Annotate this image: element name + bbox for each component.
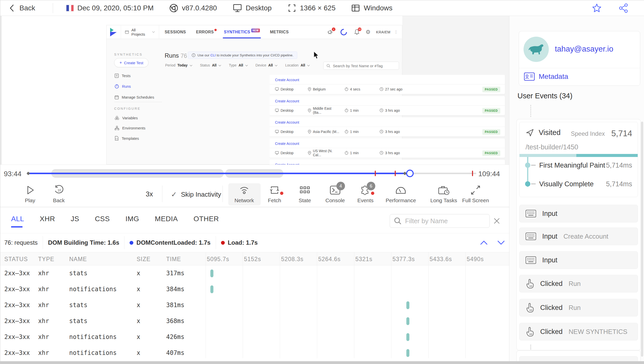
run-test-name[interactable]: Create Account (275, 142, 299, 146)
share-icon[interactable] (618, 3, 629, 13)
gear-icon[interactable]: ⚙ (366, 29, 371, 35)
sidebar-item-runs[interactable]: Runs (115, 84, 131, 88)
panel-button-events[interactable]: 6Events (350, 185, 381, 203)
state-grid-icon (299, 185, 310, 195)
run-test-name[interactable]: Create Account (275, 163, 299, 165)
filter-box[interactable] (390, 214, 490, 228)
run-cell: US West (N. Cal... (308, 149, 340, 157)
panel-button-full-screen[interactable]: Full Screen (460, 185, 491, 203)
event-marker[interactable] (27, 172, 30, 175)
create-test-button[interactable]: + Create Test (114, 58, 148, 67)
sidebar-item-manage-schedules[interactable]: Manage Schedules (115, 95, 154, 99)
back-button[interactable]: Back (9, 4, 35, 12)
device-icon (275, 87, 279, 91)
speed-toggle[interactable]: 3x (146, 190, 153, 198)
network-tab-other[interactable]: OTHER (193, 215, 219, 223)
play-button[interactable]: Play (15, 185, 45, 203)
run-cell: 1 min (345, 151, 375, 155)
close-panel-icon[interactable] (493, 217, 500, 224)
skip-inactivity-toggle[interactable]: ✓ Skip Inactivity (171, 190, 221, 199)
run-test-name[interactable]: Create Account (275, 78, 299, 82)
sidebar-item-environments[interactable]: Environments (115, 126, 145, 130)
time-col-header: 5321s (355, 256, 373, 263)
run-card[interactable]: Create AccountDesktopCanada (Central)1 m… (269, 160, 505, 165)
tab-metrics[interactable]: METRICS (270, 30, 289, 34)
error-marker[interactable] (395, 171, 396, 176)
jump-down-icon[interactable] (497, 240, 505, 245)
filter-type[interactable]: TypeAll (229, 63, 248, 67)
network-tab-img[interactable]: IMG (126, 215, 139, 223)
filter-input[interactable] (405, 217, 476, 225)
filter-device[interactable]: DeviceAll (256, 63, 278, 67)
sidebar-item-templates[interactable]: Templates (115, 136, 139, 141)
kebab-menu-icon[interactable]: ⋮ (394, 30, 398, 34)
request-row[interactable]: 2xx–3xxxhrnotificationsx407ms (0, 345, 515, 361)
filter-period[interactable]: PeriodToday (165, 63, 192, 67)
input-event-item[interactable]: Input (519, 205, 638, 222)
alert-red-dot (280, 192, 283, 195)
clicked-event-item[interactable]: ClickedRun (519, 299, 638, 316)
jump-up-icon[interactable] (480, 240, 488, 245)
input-event-item[interactable]: Input (519, 251, 638, 269)
visited-event-card[interactable]: Visited Speed Index 5,714 /test-builder/… (519, 122, 638, 197)
panel-button-network[interactable]: Network (229, 185, 259, 203)
bell-icon[interactable]: 33 (354, 29, 360, 35)
back-10s-button[interactable]: 10 Back (44, 185, 74, 203)
cell-status: 2xx–3xx (4, 270, 30, 277)
network-tab-css[interactable]: CSS (95, 215, 110, 223)
filter-location[interactable]: LocationAll (285, 63, 310, 67)
playhead[interactable] (406, 170, 414, 177)
tab-synthetics[interactable]: SYNTHETICSNEW (224, 30, 260, 34)
user-email[interactable]: tahay@asayer.io (555, 44, 613, 54)
test-search-input[interactable] (333, 64, 393, 68)
filter-status[interactable]: StatusAll (200, 63, 221, 67)
test-search-box[interactable] (323, 62, 399, 70)
keyboard-icon (526, 256, 536, 264)
cell-type: xhr (38, 270, 49, 277)
bell-badge: 33 (358, 27, 362, 31)
panel-button-performance[interactable]: Performance (386, 185, 416, 203)
network-tab-js[interactable]: JS (71, 215, 79, 223)
error-marker[interactable] (472, 171, 473, 176)
clicked-event-item[interactable]: ClickedRun (519, 275, 638, 292)
horizontal-scrollbar[interactable] (0, 361, 644, 364)
user-menu[interactable]: KRAIEM (376, 30, 390, 34)
network-tab-media[interactable]: MEDIA (155, 215, 178, 223)
run-card[interactable]: Create AccountDesktopMiddle East (Ba...1… (269, 96, 505, 115)
panel-button-state[interactable]: State (290, 185, 320, 203)
run-card[interactable]: Create AccountDesktopUS West (N. Cal...1… (269, 139, 505, 158)
run-test-name[interactable]: Create Account (275, 120, 299, 124)
location-pin-icon (308, 151, 311, 155)
input-event-item[interactable]: InputCreate Account (519, 228, 638, 245)
app-nav-bar: All Projects SESSIONSERRORSSYNTHETICSNEW… (107, 25, 402, 39)
sidebar-item-tests[interactable]: Tests (115, 73, 131, 78)
tab-sessions[interactable]: SESSIONS (165, 30, 186, 34)
cli-link[interactable]: CLI (210, 53, 216, 57)
panel-button-long-tasks[interactable]: Long Tasks (429, 185, 459, 203)
favorite-star-icon[interactable] (592, 3, 602, 13)
animal-avatar-icon (528, 43, 544, 55)
network-tab-all[interactable]: ALL (11, 215, 24, 223)
sidebar-item-variables[interactable]: Variables (115, 116, 138, 120)
panel-button-console[interactable]: 4Console (320, 185, 350, 203)
panel-button-fetch[interactable]: Fetch (259, 185, 290, 203)
announcements-icon[interactable]: 1 (327, 29, 333, 35)
clicked-event-item[interactable]: ClickedNEW SYNTHETICS (519, 323, 638, 340)
request-row[interactable]: 2xx–3xxxhrnotificationsx384ms (0, 281, 515, 297)
metadata-button[interactable]: Metadata (524, 73, 568, 81)
request-row[interactable]: 2xx–3xxxhrstatsx368ms (0, 313, 515, 329)
request-row[interactable]: 2xx–3xxxhrnotificationsx426ms (0, 329, 515, 345)
request-row[interactable]: 2xx–3xxxhrstatsx381ms (0, 297, 515, 313)
tab-errors[interactable]: ERRORS (196, 30, 214, 34)
sidebar-scrollbar[interactable] (641, 122, 643, 357)
panel-button-label: Performance (386, 197, 416, 203)
project-selector[interactable]: All Projects (121, 25, 159, 39)
dom-content-loaded: DOMContentLoaded: 1.7s (136, 239, 210, 246)
run-card[interactable]: Create AccountDesktopBelgium4 secs27 sec… (269, 75, 505, 94)
error-marker[interactable] (375, 171, 376, 176)
request-row[interactable]: 2xx–3xxxhrstatsx317ms (0, 265, 515, 281)
run-card[interactable]: Create AccountDesktopAsia Pacific (M...1… (269, 117, 505, 136)
run-test-name[interactable]: Create Account (275, 99, 299, 103)
player-timeline[interactable]: 93:44 109:44 (0, 165, 515, 182)
network-tab-xhr[interactable]: XHR (40, 215, 55, 223)
